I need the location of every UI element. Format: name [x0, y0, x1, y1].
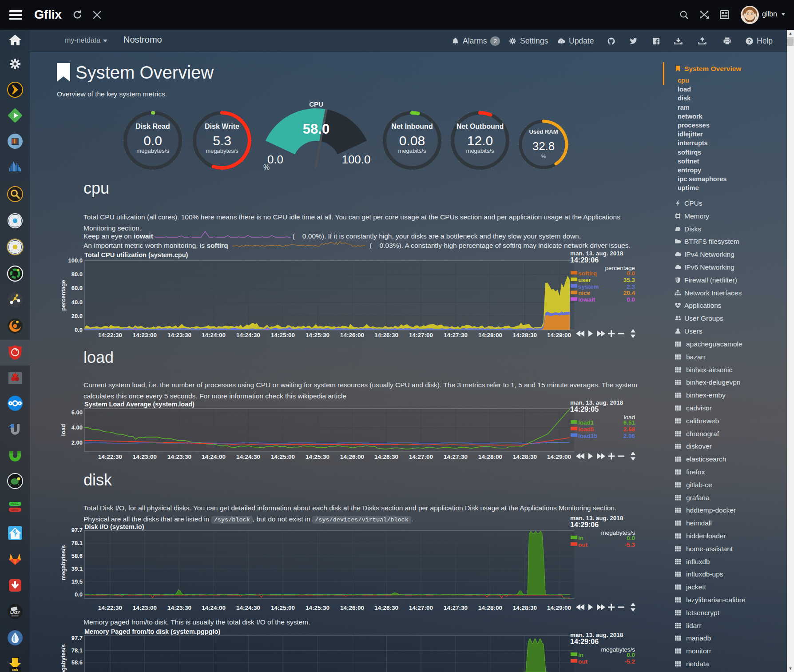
svg-text:14:23:30: 14:23:30	[167, 332, 191, 338]
svg-text:14:28:30: 14:28:30	[513, 604, 537, 611]
svg-text:megabytes/s: megabytes/s	[60, 644, 67, 672]
svg-text:35.3: 35.3	[623, 277, 635, 283]
svg-text:14:24:30: 14:24:30	[236, 453, 260, 460]
svg-text:14:25:30: 14:25:30	[306, 604, 330, 611]
svg-text:14:24:30: 14:24:30	[236, 604, 260, 611]
svg-text:14:29:00: 14:29:00	[547, 604, 571, 611]
svg-text:14:28:30: 14:28:30	[513, 332, 537, 338]
svg-text:iowait: iowait	[578, 296, 596, 303]
svg-text:4.00: 4.00	[71, 424, 83, 431]
svg-text:14:25:30: 14:25:30	[306, 332, 330, 338]
svg-text:80.0: 80.0	[71, 271, 83, 278]
svg-text:14:28:30: 14:28:30	[513, 453, 537, 460]
svg-text:load: load	[60, 424, 67, 436]
svg-text:39.1: 39.1	[71, 565, 83, 572]
svg-text:0.0: 0.0	[75, 326, 83, 333]
svg-text:20.4: 20.4	[623, 290, 635, 296]
svg-text:14:29:06: 14:29:06	[570, 256, 599, 264]
svg-text:100.0: 100.0	[68, 257, 83, 264]
svg-text:megabytes/s: megabytes/s	[60, 545, 67, 581]
svg-text:in: in	[578, 652, 584, 658]
svg-text:14:23:00: 14:23:00	[133, 453, 157, 460]
svg-text:14:29:06: 14:29:06	[570, 638, 599, 645]
svg-text:6.00: 6.00	[71, 409, 83, 416]
svg-text:nice: nice	[578, 290, 591, 296]
svg-text:20.0: 20.0	[71, 313, 83, 319]
svg-text:14:29:06: 14:29:06	[570, 521, 599, 529]
svg-text:0.0: 0.0	[627, 296, 635, 303]
svg-text:man. 13. aug. 2018: man. 13. aug. 2018	[570, 250, 623, 257]
svg-text:14:27:00: 14:27:00	[409, 453, 433, 460]
svg-text:2.3: 2.3	[627, 283, 635, 290]
svg-text:man. 13. aug. 2018: man. 13. aug. 2018	[570, 399, 623, 406]
svg-text:14:24:00: 14:24:00	[202, 604, 226, 611]
svg-text:2.68: 2.68	[623, 426, 635, 433]
svg-text:out: out	[578, 541, 588, 548]
svg-text:14:25:30: 14:25:30	[306, 453, 330, 460]
svg-text:78.1: 78.1	[71, 540, 83, 546]
svg-text:14:27:30: 14:27:30	[444, 453, 468, 460]
svg-text:softirq: softirq	[578, 270, 597, 277]
svg-text:58.6: 58.6	[71, 553, 83, 559]
svg-text:14:24:00: 14:24:00	[202, 332, 226, 338]
svg-text:System Load Average (system.lo: System Load Average (system.load)	[84, 401, 195, 408]
svg-text:14:25:00: 14:25:00	[271, 604, 295, 611]
svg-text:0.0: 0.0	[75, 591, 83, 598]
svg-text:14:22:30: 14:22:30	[98, 332, 122, 338]
svg-text:14:23:00: 14:23:00	[133, 604, 157, 611]
svg-text:user: user	[578, 277, 591, 283]
svg-text:14:26:00: 14:26:00	[340, 453, 364, 460]
svg-text:Memory Paged from/to disk (sys: Memory Paged from/to disk (system.pgpgio…	[84, 628, 220, 635]
svg-text:Disk I/O (system.io): Disk I/O (system.io)	[84, 523, 144, 530]
svg-text:2.00: 2.00	[71, 439, 83, 446]
svg-text:14:26:30: 14:26:30	[374, 453, 398, 460]
svg-text:14:27:30: 14:27:30	[444, 604, 468, 611]
svg-text:14:26:00: 14:26:00	[340, 604, 364, 611]
svg-text:60.0: 60.0	[71, 285, 83, 291]
svg-text:14:27:00: 14:27:00	[409, 604, 433, 611]
svg-text:78.1: 78.1	[71, 647, 83, 654]
svg-text:97.7: 97.7	[71, 635, 83, 641]
svg-text:0.0: 0.0	[627, 652, 635, 658]
svg-text:40.0: 40.0	[71, 299, 83, 306]
svg-text:14:25:00: 14:25:00	[271, 453, 295, 460]
svg-text:system: system	[578, 283, 599, 290]
svg-text:2.06: 2.06	[623, 433, 635, 439]
svg-text:load15: load15	[578, 433, 597, 439]
svg-text:14:23:00: 14:23:00	[133, 332, 157, 338]
svg-text:97.7: 97.7	[71, 527, 83, 533]
svg-text:14:23:30: 14:23:30	[167, 453, 191, 460]
svg-text:14:29:05: 14:29:05	[570, 406, 599, 413]
svg-text:-5.2: -5.2	[625, 658, 635, 665]
svg-text:0.0: 0.0	[627, 535, 635, 541]
svg-text:14:29:00: 14:29:00	[547, 453, 571, 460]
svg-text:14:23:30: 14:23:30	[167, 604, 191, 611]
svg-text:14:26:00: 14:26:00	[340, 332, 364, 338]
svg-text:14:28:00: 14:28:00	[478, 604, 502, 611]
svg-text:man. 13. aug. 2018: man. 13. aug. 2018	[570, 515, 623, 521]
svg-text:man. 13. aug. 2018: man. 13. aug. 2018	[570, 632, 623, 638]
svg-text:14:29:00: 14:29:00	[547, 332, 571, 338]
svg-text:14:28:00: 14:28:00	[478, 332, 502, 338]
svg-text:percentage: percentage	[60, 280, 67, 310]
svg-text:out: out	[578, 658, 588, 665]
svg-text:Total CPU utilization (system.: Total CPU utilization (system.cpu)	[84, 251, 188, 258]
svg-text:14:24:00: 14:24:00	[202, 453, 226, 460]
svg-text:14:27:30: 14:27:30	[444, 332, 468, 338]
svg-text:14:27:00: 14:27:00	[409, 332, 433, 338]
svg-text:14:22:30: 14:22:30	[98, 604, 122, 611]
svg-text:19.5: 19.5	[71, 578, 83, 585]
svg-text:14:26:30: 14:26:30	[374, 332, 398, 338]
svg-text:load5: load5	[578, 426, 594, 433]
svg-text:14:22:30: 14:22:30	[98, 453, 122, 460]
svg-text:in: in	[578, 535, 584, 541]
svg-text:14:26:30: 14:26:30	[374, 604, 398, 611]
svg-text:14:25:00: 14:25:00	[271, 332, 295, 338]
svg-text:load1: load1	[578, 419, 594, 426]
svg-text:58.6: 58.6	[71, 659, 83, 666]
svg-text:6.51: 6.51	[623, 419, 635, 426]
svg-text:14:24:30: 14:24:30	[236, 332, 260, 338]
svg-text:-5.3: -5.3	[625, 541, 635, 548]
svg-text:0.0: 0.0	[627, 270, 635, 277]
svg-text:14:28:00: 14:28:00	[478, 453, 502, 460]
